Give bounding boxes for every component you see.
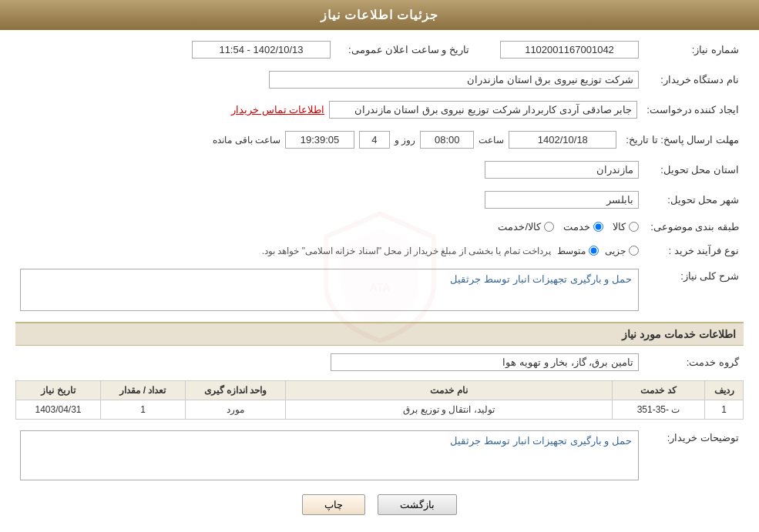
table-cell: ت -35-351 xyxy=(613,400,705,420)
delivery-city-label: شهر محل تحویل: xyxy=(643,188,744,212)
label-jozii: جزیی xyxy=(605,246,626,256)
radio-motevaset[interactable] xyxy=(589,246,599,256)
buyer-org-label: نام دستگاه خریدار: xyxy=(643,68,744,92)
info-table-row3: ایجاد کننده درخواست: جابر صادقی آردی کار… xyxy=(15,98,744,122)
print-button[interactable]: چاپ xyxy=(302,494,365,515)
category-khedmat[interactable]: خدمت xyxy=(563,221,603,233)
purchase-type-note: پرداخت تمام یا بخشی از مبلغ خریدار از مح… xyxy=(262,246,551,256)
label-motevaset: متوسط xyxy=(557,246,586,256)
info-table-service-group: گروه خدمت: تامین برق، گاز، بخار و تهویه … xyxy=(15,350,744,374)
page-container: جزئیات اطلاعات نیاز ATA شماره نیاز: 1102… xyxy=(0,0,759,532)
table-cell: 1 xyxy=(101,400,186,420)
label-kala-khedmat: کالا/خدمت xyxy=(498,221,541,233)
label-khedmat: خدمت xyxy=(563,221,590,233)
radio-kala-khedmat[interactable] xyxy=(544,222,554,232)
need-number-value: 1102001167001042 xyxy=(500,41,639,59)
category-kala-khedmat[interactable]: کالا/خدمت xyxy=(498,221,554,233)
info-table-row1: شماره نیاز: 1102001167001042 تاریخ و ساع… xyxy=(15,38,744,62)
delivery-province-label: استان محل تحویل: xyxy=(643,158,744,182)
info-table-row4: مهلت ارسال پاسخ: تا تاریخ: 1402/10/18 سا… xyxy=(15,128,744,152)
page-header: جزئیات اطلاعات نیاز xyxy=(0,0,759,30)
col-header-row: ردیف xyxy=(705,381,744,400)
col-header-qty: تعداد / مقدار xyxy=(101,381,186,400)
info-table-buyer-desc: توضیحات خریدار: حمل و بارگیری تجهیزات ان… xyxy=(15,427,744,483)
purchase-type-label: نوع فرآیند خرید : xyxy=(643,242,744,259)
label-kala: کالا xyxy=(613,221,626,233)
main-content: ATA شماره نیاز: 1102001167001042 تاریخ و… xyxy=(0,30,759,523)
purchase-type-jozii[interactable]: جزیی xyxy=(605,246,639,256)
col-header-date: تاریخ نیاز xyxy=(16,381,101,400)
service-group-value: تامین برق، گاز، بخار و تهویه هوا xyxy=(331,353,639,371)
services-table: ردیف کد خدمت نام خدمت واحد اندازه گیری ت… xyxy=(15,380,744,420)
response-days-value: 4 xyxy=(359,131,390,149)
col-header-code: کد خدمت xyxy=(613,381,705,400)
announce-datetime-value: 1402/10/13 - 11:54 xyxy=(192,41,331,59)
action-buttons: بازگشت چاپ xyxy=(15,494,744,515)
category-kala[interactable]: کالا xyxy=(613,221,639,233)
response-time-value: 08:00 xyxy=(420,131,474,149)
buyer-desc-label: توضیحات خریدار: xyxy=(643,427,744,483)
requester-value: جابر صادقی آردی کاربردار شرکت توزیع نیرو… xyxy=(329,101,637,119)
radio-kala[interactable] xyxy=(629,222,639,232)
page-title: جزئیات اطلاعات نیاز xyxy=(321,8,439,22)
general-desc-value: حمل و بارگیری تجهیزات انبار توسط جرثقیل xyxy=(20,269,639,311)
info-table-row2: نام دستگاه خریدار: شرکت توزیع نیروی برق … xyxy=(15,68,744,92)
remaining-time-label: ساعت باقی مانده xyxy=(213,135,280,146)
radio-jozii[interactable] xyxy=(629,246,639,256)
services-section-header: اطلاعات خدمات مورد نیاز xyxy=(15,322,744,346)
buyer-desc-value: حمل و بارگیری تجهیزات انبار توسط جرثقیل xyxy=(20,430,639,480)
general-desc-label: شرح کلی نیاز: xyxy=(643,266,744,314)
response-date-value: 1402/10/18 xyxy=(509,131,616,149)
table-row: 1ت -35-351تولید، انتقال و توزیع برقمورد1… xyxy=(16,400,744,420)
buyer-org-value: شرکت توزیع نیروی برق استان مازندران xyxy=(269,71,639,89)
info-table-row8: نوع فرآیند خرید : جزیی متوسط پرداخت تمام… xyxy=(15,242,744,259)
info-table-general-desc: شرح کلی نیاز: حمل و بارگیری تجهیزات انبا… xyxy=(15,266,744,314)
radio-khedmat[interactable] xyxy=(593,222,603,232)
back-button[interactable]: بازگشت xyxy=(378,494,457,515)
info-table-row5: استان محل تحویل: مازندران xyxy=(15,158,744,182)
info-table-row6: شهر محل تحویل: بابلسر xyxy=(15,188,744,212)
service-group-label: گروه خدمت: xyxy=(643,350,744,374)
need-number-label: شماره نیاز: xyxy=(643,38,744,62)
table-cell: تولید، انتقال و توزیع برق xyxy=(286,400,613,420)
table-cell: مورد xyxy=(186,400,286,420)
requester-label: ایجاد کننده درخواست: xyxy=(642,98,744,122)
announce-datetime-label: تاریخ و ساعت اعلان عمومی: xyxy=(335,38,474,62)
delivery-city-value: بابلسر xyxy=(485,191,639,209)
purchase-type-motevaset[interactable]: متوسط xyxy=(557,246,599,256)
delivery-province-value: مازندران xyxy=(485,161,639,179)
response-days-label: روز و xyxy=(395,135,415,146)
response-time-label: ساعت xyxy=(479,135,504,146)
table-cell: 1 xyxy=(705,400,744,420)
remaining-time-value: 19:39:05 xyxy=(285,131,354,149)
category-label: طبقه بندی موضوعی: xyxy=(643,218,744,236)
table-cell: 1403/04/31 xyxy=(16,400,101,420)
info-table-row7: طبقه بندی موضوعی: کالا خدمت xyxy=(15,218,744,236)
response-deadline-label: مهلت ارسال پاسخ: تا تاریخ: xyxy=(621,128,744,152)
col-header-unit: واحد اندازه گیری xyxy=(186,381,286,400)
contact-link[interactable]: اطلاعات تماس خریدار xyxy=(231,104,324,115)
col-header-name: نام خدمت xyxy=(286,381,613,400)
